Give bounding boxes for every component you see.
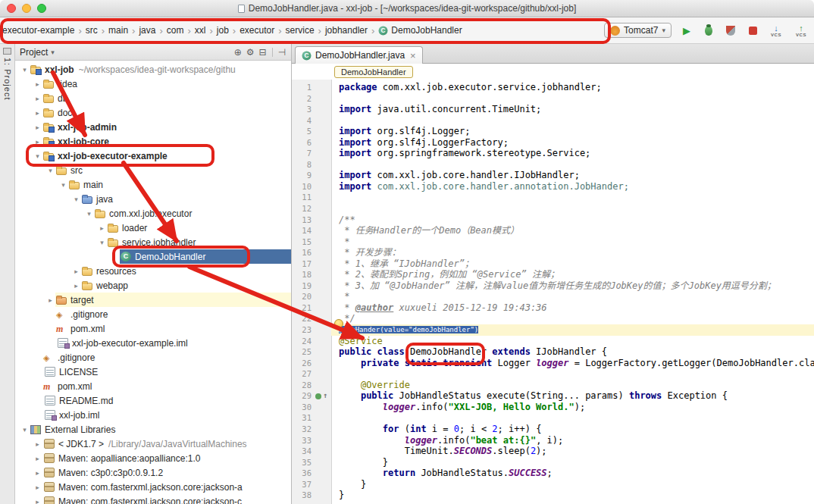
breadcrumb-item-demojobhandler[interactable]: CDemoJobHandler	[378, 25, 462, 36]
code-line-10[interactable]: 10import com.xxl.job.core.handler.annota…	[292, 181, 814, 193]
chevron-down-icon[interactable]: ▾	[51, 49, 55, 56]
close-icon[interactable]: ×	[410, 50, 416, 61]
tree-item-pom-xml[interactable]: mpom.xml	[15, 379, 291, 393]
code-line-16[interactable]: 16 * 开发步骤：	[292, 247, 814, 258]
tree-item-external-libraries[interactable]: ▾External Libraries	[15, 422, 291, 437]
expand-arrow-icon[interactable]: ▸	[33, 484, 42, 491]
tree-item-xxl-job[interactable]: ▾xxl-job~/workspaces/idea-git-workspace/…	[15, 62, 291, 77]
expand-arrow-icon[interactable]: ▸	[33, 80, 42, 88]
expand-arrow-icon[interactable]: ▸	[33, 95, 42, 102]
code-line-38[interactable]: 38}	[292, 490, 814, 501]
code-line-2[interactable]: 2	[292, 93, 814, 105]
code-line-15[interactable]: 15 *	[292, 236, 814, 248]
code-line-9[interactable]: 9import com.xxl.job.core.handler.IJobHan…	[292, 170, 814, 181]
code-line-37[interactable]: 37 }	[292, 479, 814, 490]
code-line-4[interactable]: 4	[292, 115, 814, 127]
close-window-button[interactable]	[7, 4, 16, 13]
code-line-25[interactable]: 25public class DemoJobHandler extends IJ…	[292, 346, 814, 358]
collapse-arrow-icon[interactable]: ▾	[58, 181, 68, 189]
intention-bulb-icon[interactable]	[334, 319, 343, 328]
expand-arrow-icon[interactable]: ▸	[33, 455, 42, 462]
collapse-arrow-icon[interactable]: ▾	[97, 239, 107, 246]
run-config-select[interactable]: Tomcat7 ▾	[604, 23, 672, 38]
code-line-29[interactable]: 29↑ public JobHandleStatus execute(Strin…	[292, 390, 814, 402]
expand-arrow-icon[interactable]: ▸	[33, 498, 42, 504]
code-line-14[interactable]: 14 * 任务Handler的一个Demo（Bean模式）	[292, 225, 814, 236]
collapse-arrow-icon[interactable]: ▾	[33, 152, 42, 160]
breadcrumb-item-executor[interactable]: executor	[240, 25, 274, 36]
code-line-17[interactable]: 17 * 1、继承 “IJobHandler”；	[292, 258, 814, 270]
code-line-12[interactable]: 12	[292, 203, 814, 214]
code-line-6[interactable]: 6import org.slf4j.LoggerFactory;	[292, 137, 814, 149]
tree-item-main[interactable]: ▾main	[15, 177, 291, 192]
collapse-arrow-icon[interactable]: ▾	[71, 196, 81, 203]
debug-button[interactable]	[702, 23, 715, 37]
collapse-arrow-icon[interactable]: ▾	[20, 426, 30, 434]
tree-item-xxl-job-executor-example[interactable]: ▾xxl-job-executor-example	[15, 149, 291, 163]
tree-item-maven-com-fasterxml-jackson-core-jackson-a[interactable]: ▸Maven: com.fasterxml.jackson.core:jacks…	[15, 480, 291, 494]
tree-item-loader[interactable]: ▸loader	[15, 221, 291, 235]
tree-item-com-xxl-job-executor[interactable]: ▾com.xxl.job.executor	[15, 206, 291, 221]
tree-item-xxl-job-executor-example-iml[interactable]: xxl-job-executor-example.iml	[15, 336, 291, 350]
tree-item-src[interactable]: ▾src	[15, 163, 291, 177]
expand-arrow-icon[interactable]: ▸	[33, 109, 42, 117]
run-button[interactable]: ▶	[680, 23, 693, 37]
run-marker-icon[interactable]	[315, 393, 321, 399]
tree-item-gitignore[interactable]: ◈.gitignore	[15, 350, 291, 365]
code-line-3[interactable]: 3import java.util.concurrent.TimeUnit;	[292, 104, 814, 115]
override-marker-icon[interactable]: ↑	[323, 390, 327, 402]
expand-arrow-icon[interactable]: ▸	[71, 282, 81, 290]
editor-tab-demojobhandler[interactable]: C DemoJobHandler.java ×	[295, 46, 423, 64]
collapse-arrow-icon[interactable]: ▾	[84, 210, 94, 218]
code-line-24[interactable]: 24@Service	[292, 336, 814, 347]
tree-item-resources[interactable]: ▸resources	[15, 264, 291, 278]
vcs-commit-button[interactable]: ↑ VCS	[793, 23, 809, 38]
expand-arrow-icon[interactable]: ▸	[33, 124, 42, 131]
tree-item-readme-md[interactable]: README.md	[15, 393, 291, 408]
breadcrumb-item-main[interactable]: main	[108, 25, 128, 36]
code-line-19[interactable]: 19 * 3、加 “@JobHander” 注解，注解value值为新增任务生成…	[292, 280, 814, 292]
collapse-arrow-icon[interactable]: ▾	[20, 66, 30, 74]
tree-item-db[interactable]: ▸db	[15, 91, 291, 105]
tree-item-xxl-job-core[interactable]: ▸xxl-job-core	[15, 134, 291, 149]
zoom-window-button[interactable]	[37, 4, 46, 13]
tree-item-idea[interactable]: ▸.idea	[15, 77, 291, 91]
code-line-30[interactable]: 30 logger.info("XXL-JOB, Hello World.");	[292, 402, 814, 413]
hide-panel-icon[interactable]: ⊣	[277, 47, 286, 58]
tree-item-doc[interactable]: ▸doc	[15, 105, 291, 120]
tree-item-maven-c3p0-c3p0-0-9-1-2[interactable]: ▸Maven: c3p0:c3p0:0.9.1.2	[15, 465, 291, 480]
expand-arrow-icon[interactable]: ▸	[71, 268, 81, 275]
gear-icon[interactable]: ⚙	[246, 47, 255, 58]
locate-icon[interactable]: ⊕	[233, 47, 243, 58]
code-line-27[interactable]: 27	[292, 368, 814, 380]
code-line-18[interactable]: 18 * 2、装配到Spring，例如加 “@Service” 注解；	[292, 269, 814, 280]
tree-item-java[interactable]: ▾java	[15, 192, 291, 206]
tree-item-maven-aopalliance-aopalliance-1-0[interactable]: ▸Maven: aopalliance:aopalliance:1.0	[15, 451, 291, 465]
code-line-20[interactable]: 20 *	[292, 291, 814, 302]
breadcrumb-item-job[interactable]: job	[217, 25, 229, 36]
breadcrumb-item-java[interactable]: java	[139, 25, 155, 36]
breadcrumb-item-xxl[interactable]: xxl	[195, 25, 206, 36]
collapse-arrow-icon[interactable]: ▾	[45, 167, 55, 174]
code-line-22[interactable]: 22 */	[292, 313, 814, 324]
breadcrumb-item-service[interactable]: service	[286, 25, 315, 36]
stop-button[interactable]	[746, 23, 759, 37]
minimize-window-button[interactable]	[22, 4, 31, 13]
vcs-update-button[interactable]: ↓ VCS	[768, 23, 784, 38]
code-line-26[interactable]: 26 private static transient Logger logge…	[292, 358, 814, 369]
coverage-button[interactable]	[724, 23, 737, 37]
tree-item-gitignore[interactable]: ◈.gitignore	[15, 307, 291, 321]
breadcrumb-item-src[interactable]: src	[86, 25, 98, 36]
tree-item-xxl-job-admin[interactable]: ▸xxl-job-admin	[15, 120, 291, 134]
code-line-36[interactable]: 36 return JobHandleStatus.SUCCESS;	[292, 468, 814, 479]
tree-item-license[interactable]: LICENSE	[15, 365, 291, 379]
code-area[interactable]: 1package com.xxl.job.executor.service.jo…	[292, 80, 814, 504]
expand-arrow-icon[interactable]: ▸	[97, 224, 107, 232]
tree-item-target[interactable]: ▸target	[15, 293, 291, 307]
collapse-all-icon[interactable]: ⊟	[258, 47, 267, 58]
expand-arrow-icon[interactable]: ▸	[45, 296, 55, 304]
code-line-13[interactable]: 13/**	[292, 214, 814, 226]
code-line-31[interactable]: 31	[292, 412, 814, 424]
code-line-7[interactable]: 7import org.springframework.stereotype.S…	[292, 148, 814, 159]
editor-breadcrumb-chip[interactable]: DemoJobHandler	[334, 66, 413, 78]
